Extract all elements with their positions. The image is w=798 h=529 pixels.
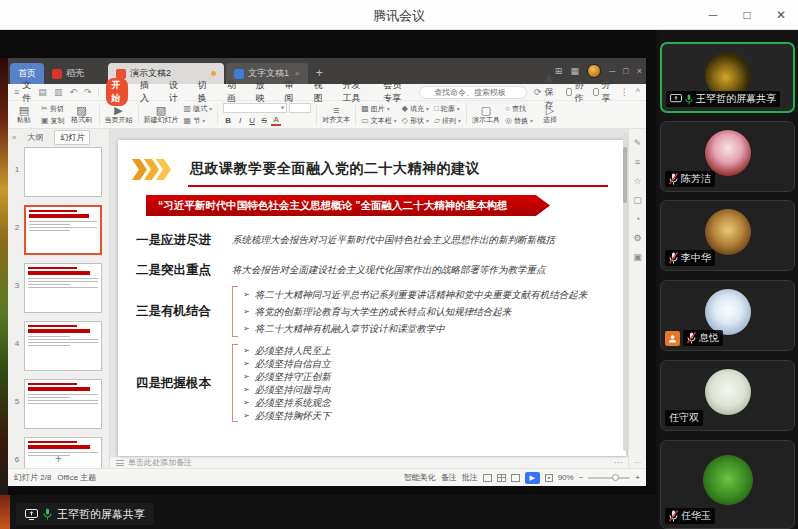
current-slide[interactable]: 思政课教学要全面融入党的二十大精神的建议 “习近平新时代中国特色社会主义思想概论… [118, 140, 626, 456]
slide-thumbnail-2[interactable] [24, 205, 102, 255]
participant-tile[interactable]: 任守双 [660, 360, 795, 431]
file-menu[interactable]: ≡ 文件 [14, 79, 31, 105]
command-search-input[interactable] [419, 86, 527, 99]
participant-tile[interactable]: 任华玉 [660, 440, 795, 529]
bold-button[interactable]: B [223, 116, 233, 125]
slide-section: 三是有机结合 ➢ 将二十大精神同习近平总书记系列重要讲话精神和党中央重要文献有机… [136, 286, 587, 337]
outline-button[interactable]: □ 轮廓▾ [434, 104, 461, 114]
slide-bullet: ➢ 必须坚持守正创新 [243, 370, 331, 383]
panel-icon[interactable]: ▣ [629, 252, 646, 262]
toggle-notes-button[interactable]: 备注 [441, 472, 457, 483]
rail-more-icon[interactable]: … [629, 456, 646, 465]
wps-account-avatar[interactable] [587, 64, 601, 78]
tab-slides[interactable]: 幻灯片 [54, 130, 90, 145]
zoom-out-button[interactable]: − [579, 473, 584, 482]
slide-thumbnail-4[interactable] [24, 321, 102, 371]
cut-button[interactable]: ✂ 剪切 [41, 104, 65, 114]
timer-icon[interactable]: ◔ [629, 214, 646, 224]
layers-icon[interactable]: ▢ [629, 195, 646, 205]
slide-bullet: ➢ 将二十大精神同习近平总书记系列重要讲话精神和党中央重要文献有机结合起来 [243, 286, 587, 303]
sorter-view-icon[interactable] [497, 474, 506, 482]
screen-share-indicator[interactable]: 王罕哲的屏幕共享 [16, 503, 154, 525]
settings-icon[interactable]: ⚙ [629, 233, 646, 243]
add-slide-button[interactable]: + [8, 452, 109, 466]
participant-tile[interactable]: 陈芳洁 [660, 121, 795, 192]
participant-tile[interactable]: 息悦 [660, 280, 795, 351]
tab-outline[interactable]: 大纲 [22, 131, 48, 144]
new-slide-button[interactable]: ▧ 新建幻灯片 [144, 105, 179, 124]
props-icon[interactable]: ✎ [629, 138, 646, 148]
smart-beautify-button[interactable]: 智能美化 [404, 472, 436, 483]
canvas-scrollbar[interactable] [623, 133, 627, 451]
slideshow-play-button[interactable]: ▶ [525, 472, 540, 484]
play-from-current-button[interactable]: ▶ 当页开始 [105, 105, 133, 124]
undo-icon[interactable]: ↶ [69, 87, 77, 97]
wps-body: « 大纲 幻灯片 1 2 3 [8, 129, 646, 468]
menu-tab-devtools[interactable]: 开发工具 [337, 78, 371, 106]
zoom-in-button[interactable]: + [635, 473, 640, 482]
more-menu-icon[interactable]: ⋮ [620, 87, 629, 97]
slide-thumbnail-5[interactable] [24, 379, 102, 429]
tab-list-icon[interactable]: ▦ [570, 66, 579, 76]
animation-pane-icon[interactable]: ≡ [629, 157, 646, 167]
italic-button[interactable]: I [235, 116, 245, 125]
fit-screen-icon[interactable] [545, 474, 553, 482]
participant-tile[interactable]: 王罕哲的屏幕共享 [660, 42, 795, 113]
text-box-button[interactable]: ▭ 文本框▾ [361, 116, 397, 126]
align-text-button[interactable]: ≡ 对齐文本 [322, 105, 350, 124]
menu-tab-animation[interactable]: 动画 [222, 78, 244, 106]
notes-more-icon[interactable]: ⋯ [614, 458, 622, 467]
copy-button[interactable]: ▣ 复制 [41, 116, 65, 126]
wps-restore-icon[interactable]: □ [623, 66, 628, 76]
find-button[interactable]: ○ 查找 [505, 104, 533, 114]
close-button[interactable]: ✕ [764, 0, 798, 30]
wps-close-icon[interactable]: × [637, 66, 642, 76]
minimize-button[interactable]: ─ [696, 0, 730, 30]
collapse-ribbon-icon[interactable]: ^ [636, 87, 640, 97]
present-tools-icon: ▢ [481, 105, 491, 116]
slide-thumbnail-3[interactable] [24, 263, 102, 313]
collaborate-button[interactable]: 协作 [566, 79, 586, 105]
tab-docer[interactable]: 稻壳 [44, 63, 92, 84]
redo-icon[interactable]: ↷ [84, 87, 92, 97]
normal-view-icon[interactable] [483, 474, 492, 482]
menu-tab-design[interactable]: 设计 [164, 78, 186, 106]
menu-tab-transition[interactable]: 切换 [193, 78, 215, 106]
tab-close-icon[interactable]: × [295, 69, 300, 78]
menu-tab-review[interactable]: 审阅 [280, 78, 302, 106]
shape-button[interactable]: ◇ 形状▾ [402, 116, 429, 126]
favorites-icon[interactable]: ☆ [629, 176, 646, 186]
print-icon[interactable]: ▥ [54, 87, 63, 97]
notes-icon [116, 460, 124, 466]
zoom-slider[interactable] [588, 477, 630, 479]
strikethrough-button[interactable]: S [259, 116, 269, 125]
paste-button[interactable]: ▤ 粘贴 [12, 105, 36, 124]
format-painter-button[interactable]: ▨ 格式刷 [70, 105, 94, 124]
read-view-icon[interactable] [511, 474, 520, 482]
save-icon[interactable]: ▤ [38, 87, 47, 97]
notes-bar[interactable]: 单击此处添加备注 ⋯ [110, 456, 628, 468]
mic-muted-icon [669, 510, 678, 522]
participant-name: 任守双 [669, 411, 699, 425]
save-state[interactable]: ⟳ 未保存 [534, 73, 559, 112]
menu-tab-view[interactable]: 视图 [308, 78, 330, 106]
menu-tab-insert[interactable]: 插入 [135, 78, 157, 106]
arrange-button[interactable]: ▱ 排列▾ [434, 116, 461, 126]
share-button[interactable]: 分享 [593, 79, 613, 105]
toggle-comments-button[interactable]: 批注 [462, 472, 478, 483]
collapse-panel-button[interactable]: « [12, 133, 16, 142]
menu-tab-start[interactable]: 开始 [106, 78, 128, 106]
participant-tile[interactable]: 李中华 [660, 200, 795, 271]
maximize-button[interactable]: □ [730, 0, 764, 30]
replace-button[interactable]: ◎ 替换▾ [505, 116, 533, 126]
slide-number: 3 [12, 281, 22, 290]
slide-thumbnail-1[interactable] [24, 147, 102, 197]
font-color-button[interactable]: A [271, 115, 281, 126]
zoom-level[interactable]: 90% [558, 473, 574, 482]
menu-tab-slideshow[interactable]: 放映 [251, 78, 273, 106]
underline-button[interactable]: U [247, 116, 257, 125]
section-button[interactable]: ▦ 节▾ [184, 116, 213, 126]
present-tools-button[interactable]: ▢ 演示工具 [472, 105, 500, 124]
menu-tab-member[interactable]: 会员专享 [378, 78, 412, 106]
wps-minimize-icon[interactable]: ─ [609, 66, 615, 76]
